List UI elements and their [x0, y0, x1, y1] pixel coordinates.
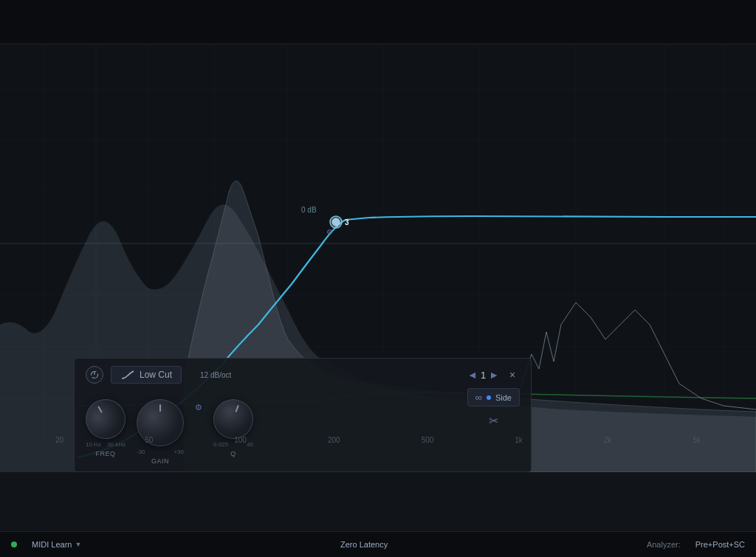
gain-knob-marker	[159, 404, 161, 412]
svg-text:0 dB: 0 dB	[301, 206, 317, 214]
side-section: ∞ Side ✂	[467, 388, 520, 431]
freq-range: 10 Hz 30 kHz	[86, 441, 126, 448]
control-panel: Low Cut 12 dB/oct ◄ 1 ► ×	[74, 358, 532, 472]
gear-icon-area: ⚙	[195, 388, 202, 412]
gain-knob[interactable]	[137, 399, 184, 446]
freq-knob[interactable]	[78, 392, 133, 446]
band-type-button[interactable]: Low Cut	[111, 366, 182, 384]
analyzer-label: Analyzer:	[647, 540, 681, 549]
band-number: 1	[481, 370, 486, 381]
dropdown-arrow-icon: ▼	[75, 541, 81, 548]
gear-icon[interactable]: ⚙	[195, 403, 202, 412]
link-icon: ∞	[475, 392, 482, 403]
freq-knob-marker	[97, 406, 103, 413]
prev-band-button[interactable]: ◄	[467, 369, 478, 381]
gain-label: GAIN	[151, 457, 169, 465]
power-button[interactable]	[86, 366, 103, 384]
next-band-button[interactable]: ►	[489, 369, 499, 381]
midi-learn-dropdown[interactable]: MIDI Learn ▼	[32, 540, 81, 549]
left-controls: Low Cut 12 dB/oct	[86, 366, 231, 384]
slope-label: 12 dB/oct	[200, 371, 231, 379]
svg-text:3: 3	[345, 218, 349, 226]
midi-learn-label: MIDI Learn	[32, 540, 72, 549]
low-cut-icon	[120, 370, 135, 380]
eq-display: 3 0 dB ⚙	[0, 44, 756, 472]
gain-range: -30 +30	[137, 449, 184, 455]
scissors-button[interactable]: ✂	[467, 411, 520, 431]
svg-text:⚙: ⚙	[326, 228, 333, 236]
q-knob-group: 0.025 40 Q	[213, 388, 253, 457]
zero-latency-label: Zero Latency	[340, 540, 388, 549]
band-navigator: ◄ 1 ►	[467, 369, 499, 381]
analyzer-value: Pre+Post+SC	[695, 540, 745, 549]
q-label: Q	[230, 450, 236, 457]
top-bar	[0, 0, 756, 44]
q-knob-marker	[235, 405, 238, 412]
status-dot	[11, 542, 17, 547]
gain-knob-group: -30 +30 GAIN	[137, 388, 184, 465]
svg-point-20	[332, 218, 340, 226]
q-knob[interactable]	[207, 393, 258, 444]
side-dot-indicator	[487, 395, 491, 400]
main-container: 3 0 dB ⚙	[0, 0, 756, 557]
freq-label: FREQ	[95, 450, 115, 457]
close-button[interactable]: ×	[505, 367, 520, 382]
controls-top-row: Low Cut 12 dB/oct ◄ 1 ► ×	[86, 366, 520, 384]
bottom-bar: MIDI Learn ▼ Zero Latency Analyzer: Pre+…	[0, 531, 756, 557]
link-side-button[interactable]: ∞ Side	[467, 388, 520, 406]
band-type-label: Low Cut	[140, 370, 172, 380]
freq-knob-group: 10 Hz 30 kHz FREQ	[86, 388, 126, 457]
q-range: 0.025 40	[213, 441, 253, 448]
knobs-row: 10 Hz 30 kHz FREQ -30 +30 GAIN	[86, 388, 520, 465]
right-controls: ◄ 1 ► ×	[467, 367, 520, 382]
side-label: Side	[495, 393, 512, 402]
